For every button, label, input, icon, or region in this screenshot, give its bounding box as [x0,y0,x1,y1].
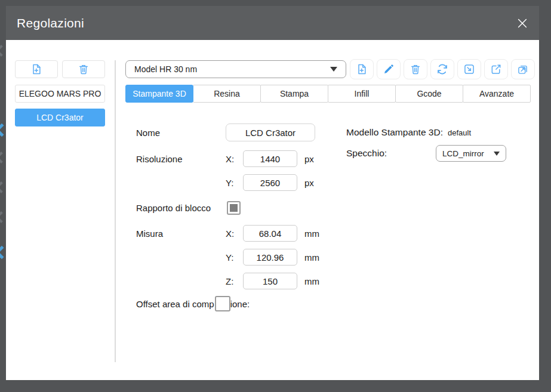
tab-stampante-3d[interactable]: Stampante 3D [125,85,193,103]
refresh-icon [436,63,448,75]
reset-preset-button[interactable] [430,59,454,79]
export-preset-button[interactable] [484,59,508,79]
import-icon [463,63,475,75]
printer-profile-elegoo-mars-pro[interactable]: ELEGOO MARS PRO [15,85,105,103]
mirror-select-value: LCD_mirror [442,149,484,158]
settings-tabs: Stampante 3D Resina Stampa Infill Gcode … [125,85,531,103]
mirror-label: Specchio: [346,148,436,159]
axis-label-z: Z: [226,276,243,286]
printer-profile-lcd-cr3ator[interactable]: LCD Cr3ator [15,109,105,126]
tab-resina[interactable]: Resina [193,85,261,103]
tab-avanzate[interactable]: Avanzate [463,85,531,103]
offset-label-after: ione: [230,299,250,309]
mirror-select[interactable]: LCD_mirror [436,145,506,162]
tab-label: Avanzate [479,89,514,98]
resolution-label: Risoluzione [136,154,226,164]
printer-settings-form-right: Modello Stampante 3D: default Specchio: … [346,125,506,162]
printer-model-label: Modello Stampante 3D: [346,127,443,138]
printer-model-value: default [448,128,471,137]
rename-preset-button[interactable] [377,59,401,79]
delete-preset-button[interactable] [404,59,427,79]
tab-label: Resina [214,89,240,98]
close-icon [516,17,529,30]
export-all-presets-button[interactable] [511,59,535,79]
tab-stampa[interactable]: Stampa [260,85,328,103]
checkbox-fill [230,204,238,212]
chevron-down-icon [330,67,337,72]
add-preset-button[interactable] [350,59,374,79]
resolution-y-input[interactable] [243,174,297,191]
printer-profile-label: LCD Cr3ator [36,113,84,122]
pencil-icon [383,63,395,75]
unit-mm: mm [304,276,319,286]
tab-label: Gcode [417,89,441,98]
build-area-offset-row: Offset area di comp ione: [136,296,339,311]
dialog-content: ELEGOO MARS PRO LCD Cr3ator Model HR 30 … [6,40,539,380]
trash-icon [78,63,90,75]
tab-label: Stampante 3D [133,89,186,98]
axis-label-x: X: [226,229,243,239]
delete-printer-button[interactable] [62,60,105,78]
tab-label: Infill [355,89,370,98]
add-file-icon [356,63,368,75]
resolution-x-input[interactable] [243,150,297,167]
lock-ratio-label: Rapporto di blocco [136,203,226,213]
unit-px: px [304,178,314,188]
axis-label-x: X: [226,154,243,164]
dialog-titlebar: Regolazioni [6,6,539,40]
dialog-title: Regolazioni [17,6,84,40]
name-label: Nome [136,128,226,138]
sidebar-divider [115,60,116,362]
tab-infill[interactable]: Infill [328,85,396,103]
printer-settings-form: Nome Risoluzione X: px Y: px Rapporto d [136,124,339,311]
axis-label-y: Y: [226,252,243,263]
size-z-input[interactable] [243,273,297,289]
add-printer-button[interactable] [15,60,58,78]
screen-background: Regolazioni ELEGOO MARS PRO [0,0,551,392]
add-file-icon [30,63,42,75]
axis-label-y: Y: [226,178,243,188]
printer-profile-label: ELEGOO MARS PRO [19,89,101,98]
unit-mm: mm [304,252,319,263]
printer-name-input[interactable] [226,124,315,141]
unit-px: px [304,154,314,164]
unit-mm: mm [304,229,319,239]
close-button[interactable] [513,14,532,33]
size-y-input[interactable] [243,249,297,266]
offset-label-before: Offset area di comp [136,299,214,309]
tab-gcode[interactable]: Gcode [395,85,463,103]
preset-select[interactable]: Model HR 30 nm [125,60,346,78]
size-label: Misura [136,229,226,239]
build-area-offset-checkbox[interactable] [215,296,230,311]
export-icon [490,63,502,75]
chevron-down-icon [494,152,500,156]
size-x-input[interactable] [243,225,297,242]
export-copy-icon [517,63,529,75]
tab-label: Stampa [280,89,309,98]
preset-toolbar [350,59,535,79]
lock-ratio-checkbox[interactable] [227,201,241,215]
settings-dialog: Regolazioni ELEGOO MARS PRO [6,6,539,380]
preset-select-value: Model HR 30 nm [134,64,197,74]
trash-icon [410,63,421,75]
import-preset-button[interactable] [457,59,481,79]
